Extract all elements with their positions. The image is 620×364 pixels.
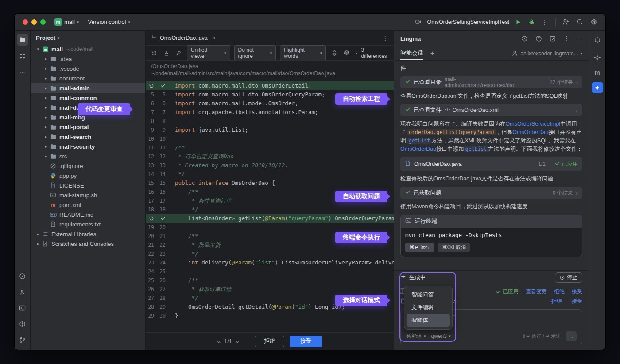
tab-omsorderdao-java[interactable]: OmsOrderDao.java ×	[146, 31, 221, 45]
cancel-command-button[interactable]: ⌘⌫ 取消	[438, 243, 470, 252]
run-command-button[interactable]: ⌘↵ 运行	[405, 243, 434, 252]
code-line-text: OmsOrderDetail getDetail(@Param("id") Lo…	[169, 303, 345, 311]
tree-item-license[interactable]: LICENSE	[31, 180, 145, 190]
debug-button[interactable]	[527, 18, 536, 27]
problems-tool-icon[interactable]	[17, 318, 28, 330]
diff-settings-icon[interactable]	[342, 49, 351, 57]
tree-item-document[interactable]: ▸document	[31, 73, 145, 83]
apply-all-icon[interactable]	[163, 49, 171, 57]
chevron-right-icon[interactable]: ›	[355, 50, 357, 56]
project-selector[interactable]: m mall ▾	[54, 18, 79, 26]
mode-selector[interactable]: 智能体 ▾	[406, 333, 426, 340]
services-tool-icon[interactable]	[17, 270, 28, 282]
version-control-menu[interactable]: Version control ▾	[88, 19, 130, 25]
tree-item-requirements-txt[interactable]: requirements.txt	[31, 219, 145, 229]
file-link[interactable]: getList	[464, 146, 488, 152]
editor-options-icon[interactable]: ⋮	[382, 34, 388, 42]
file-change-card[interactable]: OmsOrderDao.java1/1已应用	[400, 157, 582, 171]
accept-change-icon[interactable]	[157, 214, 169, 223]
new-session-button[interactable]: +	[430, 50, 434, 57]
notifications-bell-icon[interactable]	[592, 34, 603, 46]
tree-item-mall-admin[interactable]: ▸mall-admin	[31, 83, 145, 93]
differences-count[interactable]: 3 differences	[361, 47, 389, 59]
structure-tool-icon[interactable]	[17, 50, 28, 61]
close-tab-icon[interactable]: ×	[212, 34, 216, 41]
accept-file-link[interactable]: 接受	[572, 298, 582, 305]
project-tool-icon[interactable]	[17, 34, 28, 46]
agent-step-已查看文件[interactable]: 已查看文件OmsOrderDao.xml›	[400, 104, 582, 116]
collapse-unchanged-icon[interactable]	[330, 49, 338, 57]
model-selector[interactable]: qwen3 ▾	[431, 333, 451, 339]
gutter-new-line-number: 13	[157, 161, 169, 170]
view-changes-link[interactable]: 查看变更	[526, 288, 547, 295]
tree-item-mall-startup-sh[interactable]: mall-startup.sh	[31, 190, 145, 200]
project-panel-header[interactable]: Project ▾	[31, 31, 145, 44]
mode-option-文件编辑[interactable]: 文件编辑	[407, 301, 450, 314]
tree-item-readme-md[interactable]: README.md	[31, 210, 145, 219]
code-line: import com.macro.mall.dto.OmsOrderDetail…	[146, 81, 394, 90]
reject-file-link[interactable]: 拒绝	[551, 298, 562, 305]
mode-option-智能体[interactable]: 智能体	[407, 314, 450, 327]
code-line-text: * Created by macro on 2018/10/12.	[169, 161, 288, 170]
lingma-plugin-icon[interactable]	[592, 82, 603, 93]
help-icon[interactable]	[534, 34, 543, 43]
mode-option-智能问答[interactable]: 智能问答	[407, 288, 450, 301]
minimize-panel-icon[interactable]: —	[577, 35, 582, 42]
terminal-tool-icon[interactable]	[17, 302, 28, 314]
tree-item-gitignore[interactable]: .gitignore	[31, 161, 145, 171]
run-configuration[interactable]: OmsOrderSettingServiceImplTest	[427, 19, 509, 25]
file-link[interactable]: OmsOrderDao	[512, 129, 548, 135]
m-plugin-icon[interactable]: m	[594, 69, 600, 76]
account-menu[interactable]: anlixtexcoder-lingmate... ▾	[512, 50, 582, 57]
more-actions-button[interactable]: ⋮	[540, 18, 549, 27]
run-button[interactable]	[514, 18, 523, 27]
revert-change-icon[interactable]	[146, 81, 157, 90]
tree-item-scratches-and-consoles[interactable]: ▸Scratches and Consoles	[31, 239, 145, 249]
tree-item-mall-portal[interactable]: ▸mall-portal	[31, 122, 145, 132]
ai-assistant-icon[interactable]	[592, 52, 603, 63]
file-link[interactable]: OmsOrderDao	[400, 146, 436, 152]
minimize-window-button[interactable]	[31, 19, 37, 25]
agent-step-已获取问题[interactable]: 已获取问题0 个结果›	[400, 187, 582, 199]
search-icon[interactable]	[575, 18, 584, 27]
tree-item-app-py[interactable]: app.py	[31, 171, 145, 180]
link-icon[interactable]	[174, 49, 183, 57]
agent-step-已查看目录[interactable]: 已查看目录mall-admin/src/main/resources/dao22…	[400, 76, 582, 88]
viewer-mode-select[interactable]: Unified viewer ▾	[187, 45, 230, 61]
tree-item-mall-common[interactable]: ▸mall-common	[31, 93, 145, 103]
tree-item-external-libraries[interactable]: ▸External Libraries	[31, 229, 145, 239]
whitespace-select[interactable]: Do not ignore ▾	[234, 45, 276, 61]
tree-item-mall-search[interactable]: ▸mall-search	[31, 132, 145, 142]
history-icon[interactable]	[520, 34, 529, 43]
add-user-button[interactable]	[561, 18, 570, 27]
zoom-window-button[interactable]	[40, 19, 46, 25]
tree-item-idea[interactable]: ▸.idea	[31, 54, 145, 64]
rollback-icon[interactable]	[150, 49, 159, 57]
tree-item-mall-security[interactable]: ▸mall-security	[31, 142, 145, 151]
tree-item-vscode[interactable]: ▸.vscode	[31, 64, 145, 73]
git-tool-icon[interactable]	[17, 334, 28, 345]
accept-change-icon[interactable]	[157, 81, 169, 90]
file-link[interactable]: getList	[407, 138, 431, 144]
send-button[interactable]: →	[566, 331, 577, 341]
lingma-more-icon[interactable]: ⋮	[562, 34, 571, 43]
close-window-button[interactable]	[23, 19, 28, 25]
tab-smart-session[interactable]: 智能会话	[400, 46, 423, 60]
tree-item-src[interactable]: ▸src	[31, 151, 145, 161]
reject-button[interactable]: 拒绝	[255, 336, 284, 347]
highlight-mode-select[interactable]: Highlight words ▾	[280, 45, 326, 61]
more-tools-icon[interactable]: ⋯	[17, 66, 28, 77]
file-link[interactable]: OmsOrderServiceImpl	[506, 121, 561, 127]
tree-item-mall[interactable]: ▾mmall~/code/mall	[31, 44, 145, 54]
settings-gear-icon[interactable]	[589, 18, 598, 27]
reject-all-link[interactable]: 拒绝	[554, 288, 565, 295]
build-tool-icon[interactable]	[17, 286, 28, 298]
accept-button[interactable]: 接受	[290, 336, 322, 347]
prev-diff-button[interactable]: «	[217, 338, 221, 345]
stop-button[interactable]: 停止	[555, 272, 582, 283]
new-chat-icon[interactable]	[548, 34, 557, 43]
accept-all-link[interactable]: 接受	[572, 288, 582, 295]
next-diff-button[interactable]: »	[236, 338, 239, 345]
tree-item-pom-xml[interactable]: mpom.xml	[31, 200, 145, 210]
revert-change-icon[interactable]	[146, 214, 157, 223]
